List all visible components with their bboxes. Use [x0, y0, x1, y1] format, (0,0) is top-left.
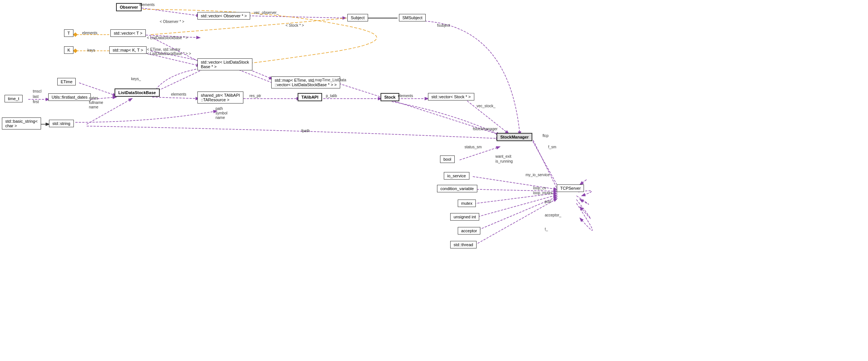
node-K: K: [64, 46, 73, 54]
node-mutex-label: mutex: [461, 201, 472, 206]
node-std-vector-T: std::vector< T >: [110, 29, 146, 37]
node-utils-firstlast: Utils::firstlast_dates: [48, 93, 91, 101]
node-time-t-label: time_t: [8, 96, 19, 101]
label-dates: dates: [89, 96, 98, 100]
label-vec-stock: vec_stock_: [477, 104, 495, 108]
node-acceptor: acceptor: [458, 227, 480, 235]
node-condition-variable-label: condition_variable: [440, 186, 474, 191]
label-vec-observer: vec_observer_: [254, 11, 279, 15]
node-listdatastockbase-label: ListDataStockBase: [118, 90, 156, 95]
arrows-svg: [0, 0, 868, 361]
node-std-string-label: std::string: [52, 121, 70, 126]
node-std-vector-listdata: std::vector< ListDataStockBase * >: [197, 58, 252, 70]
label-port: port: [545, 200, 551, 204]
node-std-basic-string-label: std::basic_string<char >: [5, 119, 38, 128]
node-observer: Observer: [116, 3, 142, 11]
svg-line-29: [475, 199, 557, 245]
label-want-exit: want_exit: [495, 154, 511, 158]
label-status-sm: status_sm: [465, 145, 482, 149]
label-fpath: fpath: [301, 129, 310, 133]
node-utils-label: Utils::firstlast_dates: [52, 95, 87, 99]
node-condition-variable: condition_variable: [437, 185, 477, 192]
label-fullname: fullname: [89, 101, 103, 105]
node-listdatastockbase: ListDataStockBase: [115, 88, 160, 97]
label-elements1: elements: [139, 3, 155, 7]
diagram-container: Observer Subject SMSubject T K ETime tim…: [0, 0, 868, 361]
label-keys2: keys_: [131, 77, 141, 81]
node-std-vector-listdata-label: std::vector< ListDataStockBase * >: [201, 60, 249, 69]
node-subject: Subject: [347, 14, 368, 21]
node-stockmanager: StockManager: [497, 133, 532, 141]
label-loop-cv: loop_cv: [533, 186, 546, 190]
node-smsubject-label: SMSubject: [402, 15, 422, 20]
node-stockmanager-label: StockManager: [500, 135, 529, 139]
node-tcpserver: TCPServer: [557, 184, 584, 192]
label-acceptor2: acceptor_: [545, 213, 561, 217]
label-listdata-ptr: < ListDataStockBase * >: [147, 36, 188, 40]
node-bool-label: bool: [443, 157, 451, 161]
label-tmscl: tmscl: [33, 89, 41, 93]
label-path: path: [215, 107, 223, 111]
node-std-thread-label: std::thread: [454, 242, 473, 247]
label-is-running: is_running: [495, 159, 513, 163]
label-symbol: symbol: [215, 111, 228, 115]
label-stock-ptr: < Stock * >: [286, 23, 304, 27]
node-unsigned-int-label: unsigned int: [454, 215, 476, 219]
node-observer-label: Observer: [120, 5, 138, 9]
node-std-map-K-T-label: std::map< K, T >: [113, 48, 143, 52]
node-std-basic-string: std::basic_string<char >: [2, 117, 41, 129]
node-etime: ETime: [57, 78, 76, 85]
label-keys: keys: [87, 48, 95, 52]
node-io-service-label: io_service: [447, 174, 466, 178]
node-stock: Stock: [381, 93, 399, 101]
label-fstockmanager: fstockmanager: [473, 127, 498, 131]
node-std-vector-stock-label: std::vector< Stock * >: [431, 94, 471, 99]
node-smsubject: SMSubject: [399, 14, 426, 21]
node-acceptor-label: acceptor: [461, 228, 477, 233]
label-f-sm: f_sm: [548, 145, 556, 149]
node-bool: bool: [440, 155, 455, 163]
svg-line-0: [138, 8, 200, 16]
node-etime-label: ETime: [61, 79, 72, 84]
node-T: T: [64, 29, 73, 37]
label-elements4: elements: [171, 92, 186, 96]
label-name2: name: [215, 116, 225, 120]
node-talibapi-label: TAlibAPI: [301, 95, 318, 99]
label-last: last: [33, 94, 39, 99]
node-std-vector-observer-label: std::vector< Observer * >: [201, 14, 247, 18]
label-name: name: [89, 105, 98, 109]
svg-line-14: [152, 97, 199, 99]
node-tcpserver-label: TCPServer: [560, 186, 581, 190]
label-my-io-service: my_io_service: [526, 173, 550, 177]
node-shared-ptr-talibapi: shared_ptr< TAlibAPI::TAResource >: [197, 91, 243, 104]
node-io-service: io_service: [444, 172, 469, 180]
label-p-talib: p_talib: [326, 94, 337, 98]
node-std-vector-stock: std::vector< Stock * >: [428, 93, 474, 101]
node-T-label: T: [67, 31, 70, 35]
label-res-ptr: res_ptr: [249, 94, 261, 98]
node-unsigned-int: unsigned int: [450, 213, 479, 221]
node-stock-label: Stock: [384, 95, 396, 99]
node-std-thread: std::thread: [450, 241, 477, 248]
node-std-vector-T-label: std::vector< T >: [114, 31, 142, 35]
label-ftcp: ftcp: [542, 134, 549, 138]
label-elements5: elements: [398, 94, 413, 98]
node-std-string: std::string: [49, 120, 74, 127]
node-shared-ptr-talibapi-label: shared_ptr< TAlibAPI::TAResource >: [201, 93, 240, 102]
node-talibapi: TAlibAPI: [298, 93, 322, 101]
node-subject-label: Subject: [351, 15, 365, 20]
node-std-map-K-T: std::map< K, T >: [109, 46, 147, 54]
node-mutex: mutex: [458, 200, 476, 207]
label-t-: t_: [545, 227, 548, 231]
label-etime-vector: < ETime, std::vector< ListDataStockBase …: [147, 47, 191, 56]
label-elements2: elements: [82, 31, 98, 35]
node-std-vector-observer: std::vector< Observer * >: [197, 12, 250, 20]
label-loop-mutex: loop_mutex: [533, 191, 553, 195]
node-time-t: time_t: [5, 95, 23, 102]
label-fsubject: fsubject: [437, 23, 450, 27]
label-maptime: _mapTime_ListData: [313, 78, 346, 82]
node-K-label: K: [67, 48, 70, 52]
label-first: first: [33, 100, 39, 104]
label-observer-ptr: < Observer * >: [160, 20, 184, 24]
